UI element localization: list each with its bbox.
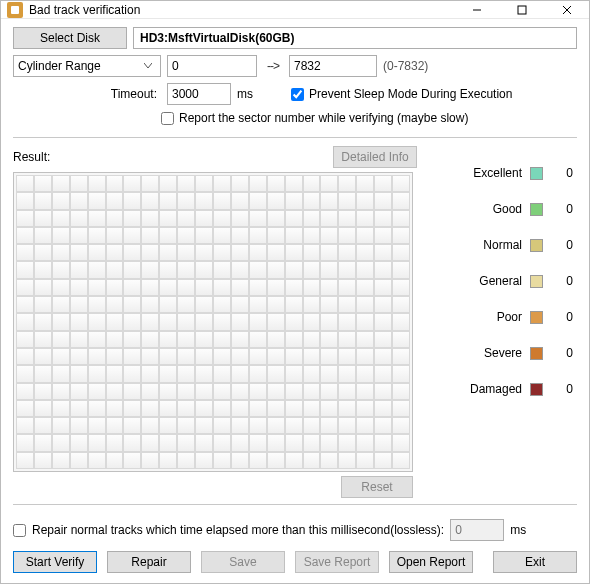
- repair-normal-checkbox[interactable]: [13, 524, 26, 537]
- report-sector-checkbox[interactable]: [161, 112, 174, 125]
- exit-button[interactable]: Exit: [493, 551, 577, 573]
- legend-item: Damaged0: [431, 382, 573, 396]
- repair-ms-input: [450, 519, 504, 541]
- start-verify-button[interactable]: Start Verify: [13, 551, 97, 573]
- range-arrow-icon: -->: [267, 59, 279, 73]
- legend-item: Normal0: [431, 238, 573, 252]
- window-title: Bad track verification: [29, 3, 454, 17]
- legend-count: 0: [551, 310, 573, 324]
- svg-rect-2: [518, 6, 526, 14]
- result-label: Result:: [13, 150, 333, 164]
- legend-count: 0: [551, 346, 573, 360]
- timeout-unit: ms: [237, 87, 253, 101]
- prevent-sleep-label: Prevent Sleep Mode During Execution: [309, 87, 512, 101]
- legend-count: 0: [551, 238, 573, 252]
- legend-swatch: [530, 275, 543, 288]
- legend-label: Poor: [431, 310, 522, 324]
- timeout-input[interactable]: [167, 83, 231, 105]
- range-hint: (0-7832): [383, 59, 428, 73]
- repair-normal-label: Repair normal tracks which time elapsed …: [32, 523, 444, 537]
- repair-ms-unit: ms: [510, 523, 526, 537]
- sector-grid: [13, 172, 413, 472]
- timeout-label: Timeout:: [13, 87, 161, 101]
- legend-swatch: [530, 383, 543, 396]
- legend-item: Good0: [431, 202, 573, 216]
- chevron-down-icon: [140, 63, 156, 69]
- range-end-input[interactable]: [289, 55, 377, 77]
- reset-button[interactable]: Reset: [341, 476, 413, 498]
- range-start-input[interactable]: [167, 55, 257, 77]
- maximize-button[interactable]: [499, 1, 544, 18]
- select-disk-button[interactable]: Select Disk: [13, 27, 127, 49]
- legend-swatch: [530, 167, 543, 180]
- open-report-button[interactable]: Open Report: [389, 551, 473, 573]
- close-button[interactable]: [544, 1, 589, 18]
- legend-item: Severe0: [431, 346, 573, 360]
- cylinder-range-label: Cylinder Range: [18, 59, 140, 73]
- minimize-button[interactable]: [454, 1, 499, 18]
- legend-count: 0: [551, 274, 573, 288]
- prevent-sleep-checkbox[interactable]: [291, 88, 304, 101]
- legend-swatch: [530, 239, 543, 252]
- legend-swatch: [530, 203, 543, 216]
- save-report-button[interactable]: Save Report: [295, 551, 379, 573]
- legend-item: Poor0: [431, 310, 573, 324]
- legend-label: Severe: [431, 346, 522, 360]
- app-icon: [7, 2, 23, 18]
- legend-swatch: [530, 347, 543, 360]
- save-button[interactable]: Save: [201, 551, 285, 573]
- legend-item: General0: [431, 274, 573, 288]
- legend-count: 0: [551, 382, 573, 396]
- repair-button[interactable]: Repair: [107, 551, 191, 573]
- cylinder-range-dropdown[interactable]: Cylinder Range: [13, 55, 161, 77]
- legend-count: 0: [551, 166, 573, 180]
- legend-label: Damaged: [431, 382, 522, 396]
- legend-label: General: [431, 274, 522, 288]
- detailed-info-button[interactable]: Detailed Info: [333, 146, 417, 168]
- legend-item: Excellent0: [431, 166, 573, 180]
- legend-label: Excellent: [431, 166, 522, 180]
- legend-label: Normal: [431, 238, 522, 252]
- svg-rect-0: [11, 6, 19, 14]
- legend-count: 0: [551, 202, 573, 216]
- report-sector-label: Report the sector number while verifying…: [179, 111, 468, 125]
- legend-swatch: [530, 311, 543, 324]
- legend-label: Good: [431, 202, 522, 216]
- selected-disk-display: HD3:MsftVirtualDisk(60GB): [133, 27, 577, 49]
- legend: Excellent0Good0Normal0General0Poor0Sever…: [417, 146, 577, 498]
